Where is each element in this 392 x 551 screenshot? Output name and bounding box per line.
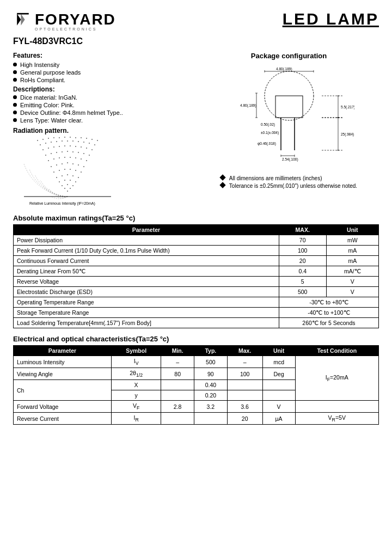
svg-point-8 [72,185,74,186]
elec-min-5 [161,413,194,425]
elec-param-2: Viewing Angle [14,368,112,380]
bullet-d1 [13,95,17,99]
elec-max-5: 20 [227,413,262,425]
table-row: Electrostatic Discharge (ESD) 500 V [14,287,379,297]
svg-point-69 [37,140,38,141]
elec-min-3a [161,380,194,390]
feature-item-1: High Instensity [13,62,193,68]
svg-point-4 [64,188,65,189]
svg-point-32 [53,158,54,160]
abs-unit-3: mA [326,256,378,266]
svg-point-68 [94,144,95,145]
elec-param-4: Forward Voltage [14,401,112,413]
svg-point-43 [67,151,68,152]
desc-text-1: Dice material: InGaN. [20,94,77,101]
table-row: Reverse Current IR 20 μA VR=5V [14,413,379,425]
svg-point-16 [72,175,74,176]
svg-point-59 [45,143,46,144]
svg-point-28 [72,163,74,164]
abs-param-3: Continuous Forward Current [14,256,279,266]
svg-point-76 [75,137,76,138]
abs-max-3: 20 [279,256,326,266]
features-title: Features: [13,52,193,59]
elec-param-3: Ch [14,380,112,401]
elec-header-unit: Unit [262,346,295,356]
svg-point-67 [89,143,90,144]
elec-sym-2: 2θ1/2 [112,368,161,380]
svg-marker-0 [17,14,21,26]
feature-item-2: General purpose leads [13,69,193,76]
elec-sym-1: IV [112,356,161,368]
elec-test-cond: IF=20mA [295,356,379,401]
svg-point-73 [59,137,60,138]
svg-text:5.5(.217): 5.5(.217) [341,105,354,109]
logo: FORYARD [13,10,116,29]
abs-param-4: Derating Linear From 50℃ [14,266,279,277]
svg-point-14 [62,175,63,176]
descriptions-title: Descriptions: [13,85,193,93]
svg-text:0.50(.02): 0.50(.02) [261,123,275,127]
desc-text-2: Emitting Color: Pink. [20,102,75,108]
svg-point-22 [75,170,76,171]
elec-header-max: Max. [227,346,262,356]
svg-point-78 [86,138,87,139]
elec-unit-2: Deg [262,368,295,380]
dim-note-text-1: All dimensions are millimeters (inches) [229,175,322,181]
svg-point-74 [64,137,65,138]
svg-point-15 [67,174,68,175]
feature-item-3: RoHs Compliant. [13,77,193,83]
abs-param-8: Storage Temperature Range [14,308,279,318]
bullet-3 [13,78,17,82]
svg-point-40 [51,153,52,154]
feature-text-3: RoHs Compliant. [20,77,65,83]
svg-point-6 [62,185,63,186]
abs-title: Absolute maximun ratings(Ta=25 °c) [13,214,379,222]
svg-point-36 [75,157,76,158]
abs-max-5: 5 [279,277,326,287]
svg-point-52 [64,145,65,146]
svg-point-63 [67,140,68,142]
svg-point-77 [81,137,82,138]
svg-point-42 [62,151,63,152]
svg-point-51 [59,146,60,147]
svg-point-79 [91,139,93,140]
svg-point-48 [42,149,44,150]
svg-text:25(.984): 25(.984) [341,132,354,137]
table-row: Storage Temperature Range -40℃ to +100℃ [14,308,379,318]
svg-point-26 [62,163,63,164]
elec-sym-5: IR [112,413,161,425]
svg-point-19 [59,170,60,171]
svg-point-65 [78,141,79,142]
dim-note-2: Tolerance is ±0.25mm(.010") unless other… [220,183,357,189]
elec-header-test: Test Condition [295,346,379,356]
svg-point-30 [83,166,84,167]
abs-unit-5: V [326,277,378,287]
svg-point-33 [59,157,60,158]
svg-marker-1 [21,14,24,26]
svg-point-44 [72,151,74,152]
svg-point-3 [67,191,68,192]
svg-point-21 [70,169,71,170]
svg-point-80 [97,140,98,141]
elec-header-min: Min. [161,346,194,356]
svg-point-35 [70,157,71,158]
elec-max-4: 3.6 [227,401,262,413]
svg-point-50 [53,146,54,148]
package-title: Package configuration [251,52,327,60]
table-row: Load Soldering Temperature[4mm(.157") Fr… [14,318,379,328]
elec-unit-3b [262,390,295,401]
svg-point-45 [78,152,79,153]
abs-unit-4: mA/℃ [326,266,378,277]
elec-max-2: 100 [227,368,262,380]
elec-test-5: VR=5V [295,413,379,425]
svg-point-18 [53,172,54,173]
svg-text:4.80(.189): 4.80(.189) [240,103,256,108]
svg-point-12 [75,181,76,182]
svg-point-31 [48,160,49,161]
bullet-d2 [13,103,17,107]
abs-param-5: Reverse Voltage [14,277,279,287]
bullet-d4 [13,118,17,122]
abs-max-2: 100 [279,246,326,256]
abs-param-7: Operating Temperature Range [14,297,279,308]
abs-val-7: -30℃ to +80℃ [279,297,378,308]
